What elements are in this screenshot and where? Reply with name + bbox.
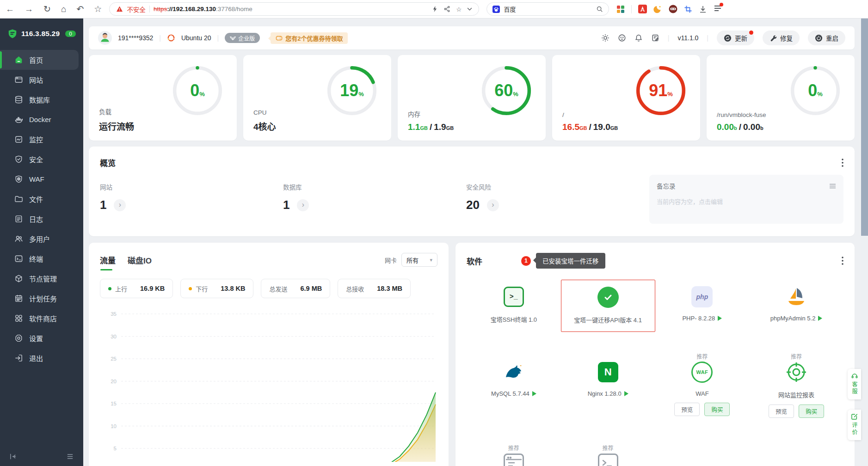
software-name: PHP- 8.2.28	[682, 315, 715, 322]
sidebar-item-security[interactable]: 安全	[0, 149, 79, 169]
traffic-card: 流量 磁盘IO 网卡 所有▾ 上行16.9 KB 下行13.8 KB 总发送6.…	[89, 243, 449, 466]
collapse-sidebar-icon[interactable]	[9, 453, 17, 460]
home-icon[interactable]: ⌂	[61, 4, 66, 14]
software-name: WAF	[696, 390, 708, 397]
nic-select[interactable]: 所有▾	[401, 253, 437, 267]
software-waf[interactable]: 推荐 WAF WAF 预览购买	[655, 346, 750, 425]
home-icon	[14, 55, 23, 64]
back-icon[interactable]: ←	[6, 4, 14, 14]
sidebar-item-nodes[interactable]: 节点管理	[0, 269, 79, 288]
update-icon	[724, 34, 732, 42]
download-stat: 下行13.8 KB	[180, 279, 253, 298]
sidebar-item-logout[interactable]: 退出	[0, 348, 79, 368]
memo-placeholder: 当前内容为空，点击编辑	[657, 197, 836, 206]
sidebar-item-database[interactable]: 数据库	[0, 90, 79, 110]
preview-button[interactable]: 预览	[769, 405, 794, 418]
username[interactable]: 191****9352	[118, 34, 153, 42]
browser-menu-icon[interactable]	[714, 5, 722, 14]
sidebar-item-home[interactable]: 首页	[0, 50, 79, 70]
scrollbar-thumb[interactable]	[861, 18, 868, 236]
buy-button[interactable]: 购买	[799, 405, 824, 418]
top-user-bar: 191****9352 | Ubuntu 20 | 企业版 您有2个优惠券待领取	[89, 26, 855, 49]
mysql-dolphin-icon	[503, 362, 524, 383]
software-migration-highlighted[interactable]: 宝塔一键迁移API版本 4.1	[561, 280, 655, 332]
overview-menu-icon[interactable]	[842, 159, 843, 167]
software-ssh-terminal[interactable]: >_ 宝塔SSH终端 1.0	[467, 280, 561, 332]
feedback-tab[interactable]: 评价	[848, 410, 861, 440]
notifications-bell-icon[interactable]	[634, 34, 643, 42]
chevron-down-icon[interactable]	[467, 7, 472, 11]
download-icon[interactable]	[699, 5, 707, 13]
sidebar-item-logs[interactable]: 日志	[0, 209, 79, 229]
sidebar-item-waf[interactable]: WAF	[0, 169, 79, 189]
share-icon[interactable]	[443, 6, 450, 12]
edition-badge[interactable]: 企业版	[225, 33, 260, 43]
buy-button[interactable]: 购买	[704, 403, 730, 416]
software-intrusion-protect[interactable]: 推荐 堡塔防入侵 企业版	[561, 437, 655, 466]
restart-button[interactable]: 重启	[808, 31, 845, 45]
theme-face-icon[interactable]	[618, 34, 626, 42]
tab-traffic[interactable]: 流量	[100, 254, 116, 266]
software-tamper-proof[interactable]: 推荐 堡塔企业级防篡改 需绑定版	[467, 437, 561, 466]
repair-button[interactable]: 修复	[763, 31, 800, 45]
bookmark-star-icon[interactable]: ☆	[94, 4, 102, 14]
dark-mode-moon-icon[interactable]	[653, 5, 662, 13]
memo-menu-icon[interactable]	[829, 184, 836, 189]
tamper-proof-icon	[504, 454, 524, 466]
running-play-icon	[718, 316, 722, 321]
robot-extension-icon[interactable]	[669, 5, 677, 13]
update-button[interactable]: 更新	[717, 31, 754, 45]
phpmyadmin-icon	[786, 286, 807, 307]
baidu-paw-icon	[492, 6, 500, 13]
nic-label: 网卡	[385, 256, 397, 264]
software-site-monitor[interactable]: 推荐 网站监控报表 预览购买	[749, 346, 843, 425]
coupon-promo-banner[interactable]: 您有2个优惠券待领取	[271, 32, 348, 44]
avatar[interactable]	[98, 31, 112, 45]
sidebar-item-monitor[interactable]: 监控	[0, 129, 79, 149]
software-nginx[interactable]: N Nginx 1.28.0	[561, 346, 655, 425]
divider	[149, 6, 150, 12]
chevron-right-icon[interactable]: ›	[297, 199, 309, 211]
search-icon[interactable]	[596, 6, 603, 12]
tab-disk-io[interactable]: 磁盘IO	[128, 254, 152, 266]
overview-item-label: 安全风险	[466, 182, 649, 191]
sidebar-item-cron[interactable]: 计划任务	[0, 288, 79, 308]
sidebar-item-terminal[interactable]: 终端	[0, 249, 79, 269]
preview-button[interactable]: 预览	[674, 403, 700, 416]
screenshot-crop-icon[interactable]	[684, 5, 692, 13]
software-mysql[interactable]: MySQL 5.7.44	[467, 346, 561, 425]
reload-icon[interactable]: ↻	[43, 4, 51, 14]
favorite-star-icon[interactable]: ☆	[456, 6, 462, 13]
extensions-grid-icon[interactable]	[616, 5, 625, 13]
php-icon: php	[691, 286, 713, 307]
memo-widget[interactable]: 备忘录 当前内容为空，点击编辑	[649, 175, 843, 224]
sidebar-item-settings[interactable]: 设置	[0, 328, 79, 348]
sidebar-item-docker[interactable]: Docker	[0, 110, 79, 129]
software-phpmyadmin[interactable]: phpMyAdmin 5.2	[749, 280, 843, 332]
total-received-stat: 总接收18.3 MB	[338, 279, 411, 298]
chevron-right-icon[interactable]: ›	[114, 199, 126, 211]
restart-label: 重启	[826, 33, 838, 43]
security-shield-icon	[14, 155, 23, 164]
search-box[interactable]: 百度	[486, 2, 609, 16]
sidebar-item-users[interactable]: 多用户	[0, 229, 79, 249]
feedback-note-icon[interactable]	[651, 34, 659, 42]
software-php[interactable]: php PHP- 8.2.28	[655, 280, 750, 332]
nic-selected-value: 所有	[406, 256, 419, 264]
software-name: 宝塔SSH终端 1.0	[491, 315, 537, 324]
browser-nav: ← → ↻ ⌂ ↶ ☆	[6, 4, 102, 14]
undo-icon[interactable]: ↶	[76, 4, 84, 14]
sidebar-item-website[interactable]: 网站	[0, 70, 79, 90]
chevron-right-icon[interactable]: ›	[487, 199, 499, 211]
sidebar-item-appstore[interactable]: 软件商店	[0, 308, 79, 328]
lightning-icon[interactable]	[432, 6, 438, 12]
software-menu-icon[interactable]	[842, 257, 843, 265]
address-bar[interactable]: 不安全 https://192.168.29.130:37768/home ☆	[109, 2, 479, 16]
sidebar-item-files[interactable]: 文件	[0, 189, 79, 209]
forward-icon[interactable]: →	[25, 4, 33, 14]
customer-support-tab[interactable]: 客服	[848, 369, 861, 399]
pdf-extension-icon[interactable]	[638, 5, 647, 13]
light-mode-sun-icon[interactable]	[601, 34, 609, 42]
recommend-label: 推荐	[791, 352, 802, 362]
menu-list-icon[interactable]	[66, 453, 74, 460]
